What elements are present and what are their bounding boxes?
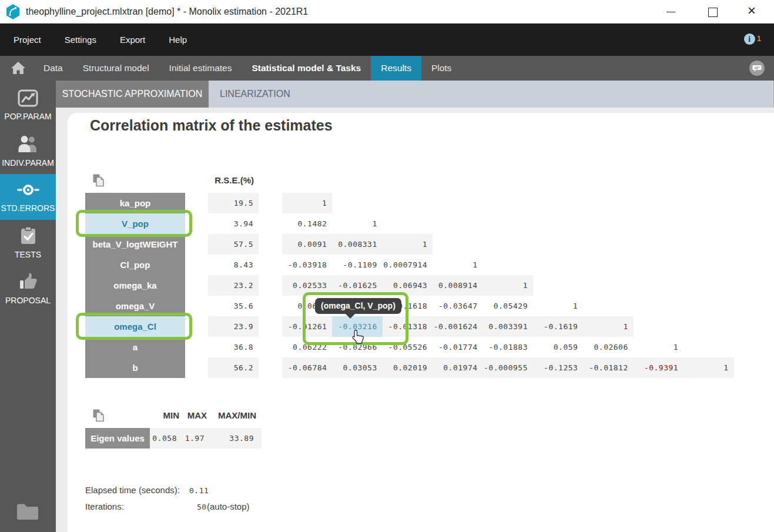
param-row-label-b: b — [85, 357, 185, 378]
result-type-tabs: STOCHASTIC APPROXIMATION LINEARIZATION — [56, 81, 774, 108]
rse-column-header: R.S.E.(%) — [208, 175, 259, 189]
corr-cell-3-2[interactable]: 0.0007914 — [383, 255, 433, 275]
maximize-button[interactable] — [701, 0, 724, 24]
corr-cell-8-0[interactable]: -0.06784 — [282, 357, 332, 378]
eigen-header-min: MIN — [150, 410, 179, 423]
app-body: POP.PARAM INDIV.PARAM — [0, 81, 774, 532]
rse-value-a: 36.8 — [208, 337, 259, 357]
param-row-label-omega_ka: omega_ka — [85, 275, 185, 296]
corr-cell-8-8[interactable]: 1 — [683, 357, 733, 378]
corr-cell-3-1[interactable]: -0.1109 — [332, 255, 382, 275]
monolix-logo-icon — [6, 4, 20, 22]
speech-bubble-icon — [749, 61, 765, 76]
corr-cell-2-1[interactable]: 0.008331 — [332, 234, 382, 255]
corr-cell-4-3[interactable]: 0.008914 — [433, 275, 483, 296]
corr-cell-2-0[interactable]: 0.0091 — [282, 234, 332, 255]
feedback-bubble-button[interactable] — [749, 61, 765, 78]
corr-cell-8-6[interactable]: -0.01812 — [583, 357, 633, 378]
sidebar-item-label: POP.PARAM — [4, 112, 51, 121]
project-folder-button[interactable] — [15, 502, 40, 523]
corr-cell-4-2[interactable]: 0.06943 — [383, 275, 433, 296]
tab-stochastic-approximation[interactable]: STOCHASTIC APPROXIMATION — [56, 81, 209, 108]
iterations-label: Iterations: — [85, 501, 124, 511]
corr-cell-8-3[interactable]: 0.01974 — [433, 357, 483, 378]
home-button[interactable] — [0, 56, 33, 81]
nav-bar: Data Structural model Initial estimates … — [0, 56, 774, 81]
corr-cell-1-1[interactable]: 1 — [332, 213, 382, 234]
folder-icon — [15, 502, 40, 521]
nav-tab-data[interactable]: Data — [33, 56, 73, 81]
corr-cell-4-0[interactable]: 0.02533 — [282, 275, 332, 296]
corr-cell-5-3[interactable]: -0.03647 — [433, 296, 483, 316]
eigen-row-label: Eigen values — [85, 428, 150, 449]
corr-cell-7-6[interactable]: 0.02606 — [583, 337, 633, 357]
sidebar-item-indiv-param[interactable]: INDIV.PARAM — [0, 128, 56, 174]
sidebar-item-pop-param[interactable]: POP.PARAM — [0, 82, 56, 128]
nav-tab-initial-estimates[interactable]: Initial estimates — [159, 56, 242, 81]
individuals-icon — [17, 135, 39, 156]
corr-cell-5-5[interactable]: 1 — [533, 296, 583, 316]
iterations-autostop: (auto-stop) — [207, 501, 250, 511]
corr-cell-6-4[interactable]: 0.003391 — [483, 316, 533, 337]
std-errors-node-icon — [15, 181, 41, 201]
corr-cell-7-7[interactable]: 1 — [634, 337, 683, 357]
corr-cell-7-2[interactable]: -0.05526 — [383, 337, 433, 357]
info-icon[interactable]: i — [744, 34, 755, 45]
corr-cell-6-0[interactable]: -0.01261 — [282, 316, 332, 337]
corr-cell-5-4[interactable]: 0.05429 — [483, 296, 533, 316]
corr-cell-7-3[interactable]: -0.01774 — [433, 337, 483, 357]
nav-tab-results[interactable]: Results — [371, 56, 421, 81]
nav-tab-plots[interactable]: Plots — [421, 56, 461, 81]
corr-cell-4-1[interactable]: -0.01625 — [332, 275, 382, 296]
corr-cell-8-7[interactable]: -0.9391 — [634, 357, 683, 378]
menu-project[interactable]: Project — [14, 35, 41, 45]
copy-icon — [92, 409, 105, 422]
menu-help[interactable]: Help — [169, 35, 187, 45]
sidebar-item-std-errors[interactable]: STD.ERRORS — [0, 174, 56, 220]
corr-cell-1-0[interactable]: 0.1482 — [282, 213, 332, 234]
tab-linearization[interactable]: LINEARIZATION — [220, 81, 290, 108]
param-row-label-omega_Cl: omega_Cl — [85, 316, 185, 337]
rse-value-b: 56.2 — [208, 357, 259, 378]
corr-cell-0-0[interactable]: 1 — [282, 193, 332, 213]
sidebar-item-label: PROPOSAL — [5, 296, 51, 305]
corr-cell-6-3[interactable]: -0.001624 — [433, 316, 483, 337]
corr-cell-6-5[interactable]: -0.1619 — [533, 316, 583, 337]
corr-cell-7-5[interactable]: 0.059 — [533, 337, 583, 357]
minimize-button[interactable] — [659, 0, 683, 24]
corr-cell-6-6[interactable]: 1 — [583, 316, 633, 337]
iterations-value: 50 — [197, 503, 207, 511]
copy-matrix-button[interactable] — [92, 173, 105, 188]
menu-export[interactable]: Export — [120, 35, 145, 45]
main-area: STOCHASTIC APPROXIMATION LINEARIZATION C… — [56, 81, 774, 532]
eigen-max-value: 1.97 — [179, 428, 207, 449]
home-icon — [11, 61, 26, 75]
corr-cell-8-1[interactable]: 0.03053 — [332, 357, 382, 378]
corr-cell-7-0[interactable]: 0.06222 — [282, 337, 332, 357]
nav-tab-statistical-model-tasks[interactable]: Statistical model & Tasks — [242, 56, 371, 81]
rse-value-V_pop: 3.94 — [208, 213, 259, 234]
corr-cell-8-4[interactable]: -0.000955 — [483, 357, 533, 378]
nav-tab-structural-model[interactable]: Structural model — [73, 56, 159, 81]
corr-cell-8-5[interactable]: -0.1253 — [533, 357, 583, 378]
close-button[interactable] — [742, 0, 765, 24]
sidebar-item-proposal[interactable]: PROPOSAL — [0, 266, 56, 312]
app-window: theophylline_project.mlxtran [demo] * - … — [0, 0, 774, 532]
corr-cell-8-2[interactable]: 0.02019 — [383, 357, 433, 378]
elapsed-time-label: Elapsed time (seconds): — [85, 485, 180, 495]
corr-cell-4-4[interactable]: 1 — [483, 275, 533, 296]
sidebar-item-label: STD.ERRORS — [1, 203, 55, 213]
eigen-header-max-min: MAX/MIN — [207, 410, 256, 423]
corr-cell-3-3[interactable]: 1 — [433, 255, 483, 275]
hand-cursor — [351, 329, 364, 347]
corr-cell-7-4[interactable]: -0.01883 — [483, 337, 533, 357]
menu-settings[interactable]: Settings — [65, 35, 96, 45]
copy-eigen-button[interactable] — [92, 409, 105, 423]
page-title: Correlation matrix of the estimates — [90, 117, 333, 134]
corr-cell-2-2[interactable]: 1 — [383, 234, 433, 255]
corr-cell-3-0[interactable]: -0.03918 — [282, 255, 332, 275]
title-bar: theophylline_project.mlxtran [demo] * - … — [0, 0, 774, 24]
corr-cell-6-2[interactable]: -0.01318 — [383, 316, 433, 337]
sidebar-item-tests[interactable]: TESTS — [0, 220, 56, 266]
tests-clipboard-icon — [19, 226, 37, 247]
